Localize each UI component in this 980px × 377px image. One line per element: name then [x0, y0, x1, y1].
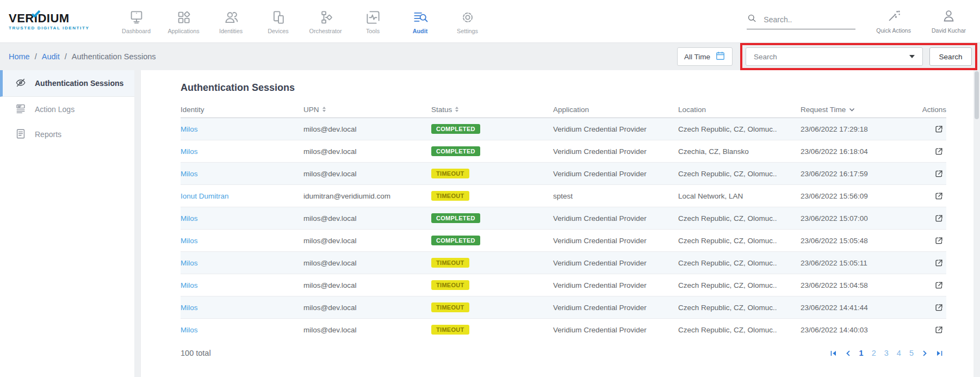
- table-row: Milosmilos@dev.localTIMEOUTVeridium Cred…: [181, 251, 946, 274]
- time-range-button[interactable]: All Time: [677, 47, 733, 66]
- devices-icon: [255, 8, 302, 27]
- column-header-upn[interactable]: UPN: [303, 106, 431, 114]
- table-row: Milosmilos@dev.localTIMEOUTVeridium Cred…: [181, 274, 946, 296]
- open-session-icon[interactable]: [934, 146, 944, 157]
- column-header-request-time[interactable]: Request Time: [801, 106, 904, 114]
- nav-item-applications[interactable]: Applications: [160, 8, 207, 34]
- veridium-logo[interactable]: VERIDIUM TRUSTED DIGITAL IDENTITY: [9, 13, 98, 30]
- request-time-cell: 23/06/2022 14:40:03: [801, 326, 904, 334]
- sort-icon[interactable]: [322, 107, 326, 112]
- column-header-status[interactable]: Status: [431, 106, 553, 114]
- pagination-page-1[interactable]: 1: [859, 349, 864, 357]
- application-cell: Veridium Credential Provider: [553, 214, 678, 223]
- user-avatar-icon: [941, 9, 956, 26]
- search-field-dropdown[interactable]: Search: [746, 47, 923, 66]
- column-header-label: Actions: [922, 106, 946, 114]
- pagination-first-icon[interactable]: [830, 350, 837, 357]
- pagination-page-5[interactable]: 5: [909, 349, 914, 357]
- sidebar-item-action-logs[interactable]: Action Logs: [0, 97, 134, 122]
- breadcrumb-item-audit[interactable]: Audit: [42, 52, 60, 61]
- sidebar: Authentication SessionsAction LogsReport…: [0, 70, 134, 377]
- actions-cell: [904, 280, 946, 291]
- sidebar-item-reports[interactable]: Reports: [0, 122, 134, 147]
- vertical-scrollbar[interactable]: [973, 70, 980, 377]
- sort-icon[interactable]: [455, 107, 458, 112]
- open-session-icon[interactable]: [934, 213, 944, 224]
- status-cell: COMPLETED: [431, 236, 553, 245]
- location-cell: Local Network, LAN: [678, 192, 801, 200]
- open-session-icon[interactable]: [934, 325, 944, 335]
- nav-item-tools[interactable]: Tools: [349, 8, 396, 34]
- identity-link[interactable]: Milos: [181, 281, 303, 289]
- sidebar-item-authentication-sessions[interactable]: Authentication Sessions: [0, 70, 134, 97]
- nav-item-dashboard[interactable]: Dashboard: [113, 8, 160, 34]
- request-time-cell: 23/06/2022 15:05:48: [801, 237, 904, 245]
- actions-cell: [904, 146, 946, 157]
- nav-item-label: Tools: [349, 28, 396, 34]
- location-cell: Czech Republic, CZ, Olomuc..: [678, 237, 801, 245]
- global-search-input[interactable]: [762, 15, 846, 24]
- quick-actions-button[interactable]: Quick Actions: [876, 9, 911, 34]
- column-header-label: UPN: [303, 106, 319, 114]
- open-session-icon[interactable]: [934, 236, 944, 246]
- status-cell: COMPLETED: [431, 124, 553, 134]
- pagination-next-icon[interactable]: [922, 350, 928, 357]
- open-session-icon[interactable]: [934, 124, 944, 134]
- identity-link[interactable]: Milos: [181, 326, 303, 334]
- nav-item-orchestrator[interactable]: Orchestrator: [302, 8, 349, 34]
- action-logs-icon: [15, 103, 27, 116]
- sidebar-item-label: Action Logs: [35, 105, 75, 114]
- identity-link[interactable]: Milos: [181, 304, 303, 312]
- open-session-icon[interactable]: [934, 258, 944, 268]
- sort-desc-icon[interactable]: [849, 106, 855, 114]
- search-icon: [747, 13, 757, 26]
- global-search[interactable]: [747, 13, 855, 29]
- table-row: Milosmilos@dev.localCOMPLETEDVeridium Cr…: [181, 118, 946, 140]
- upn-cell: milos@dev.local: [303, 147, 431, 156]
- identity-link[interactable]: Ionut Dumitran: [181, 192, 303, 200]
- identity-link[interactable]: Milos: [181, 259, 303, 267]
- status-badge: COMPLETED: [431, 146, 480, 156]
- open-session-icon[interactable]: [934, 191, 944, 201]
- actions-cell: [904, 325, 946, 335]
- identity-link[interactable]: Milos: [181, 214, 303, 223]
- actions-cell: [904, 236, 946, 246]
- upn-cell: milos@dev.local: [303, 125, 431, 133]
- pagination-page-2[interactable]: 2: [872, 349, 876, 357]
- pagination-page-3[interactable]: 3: [884, 349, 889, 357]
- nav-item-devices[interactable]: Devices: [255, 8, 302, 34]
- status-cell: TIMEOUT: [431, 191, 553, 201]
- table-row: Ionut Dumitranidumitran@veridiumid.comTI…: [181, 184, 946, 207]
- search-button[interactable]: Search: [929, 47, 972, 66]
- request-time-cell: 23/06/2022 14:41:44: [801, 304, 904, 312]
- identity-link[interactable]: Milos: [181, 237, 303, 245]
- identity-link[interactable]: Milos: [181, 125, 303, 133]
- nav-item-settings[interactable]: Settings: [444, 8, 491, 34]
- brand-name: VERIDIUM: [9, 13, 98, 24]
- breadcrumb-item-home[interactable]: Home: [9, 52, 30, 61]
- pagination-page-4[interactable]: 4: [897, 349, 901, 357]
- column-header-label: Location: [678, 106, 706, 114]
- application-cell: Veridium Credential Provider: [553, 125, 678, 133]
- nav-item-label: Devices: [255, 28, 302, 34]
- table-header-row: IdentityUPNStatusApplicationLocationRequ…: [181, 101, 946, 118]
- open-session-icon[interactable]: [934, 280, 944, 291]
- nav-item-audit[interactable]: Audit: [396, 8, 444, 34]
- pagination-last-icon[interactable]: [936, 350, 943, 357]
- application-cell: Veridium Credential Provider: [553, 281, 678, 289]
- scrollbar-thumb[interactable]: [975, 71, 979, 119]
- actions-cell: [904, 191, 946, 201]
- brand-check-icon: [32, 8, 40, 20]
- actions-cell: [904, 258, 946, 268]
- pagination-prev-icon[interactable]: [845, 350, 851, 357]
- upn-cell: milos@dev.local: [303, 281, 431, 289]
- open-session-icon[interactable]: [934, 302, 944, 313]
- open-session-icon[interactable]: [934, 169, 944, 179]
- identity-link[interactable]: Milos: [181, 147, 303, 156]
- identity-link[interactable]: Milos: [181, 170, 303, 178]
- nav-item-identities[interactable]: Identities: [207, 8, 255, 34]
- status-cell: TIMEOUT: [431, 280, 553, 290]
- user-menu[interactable]: David Kuchar: [932, 9, 966, 34]
- table-row: Milosmilos@dev.localTIMEOUTVeridium Cred…: [181, 296, 946, 318]
- request-time-cell: 23/06/2022 15:04:58: [801, 281, 904, 289]
